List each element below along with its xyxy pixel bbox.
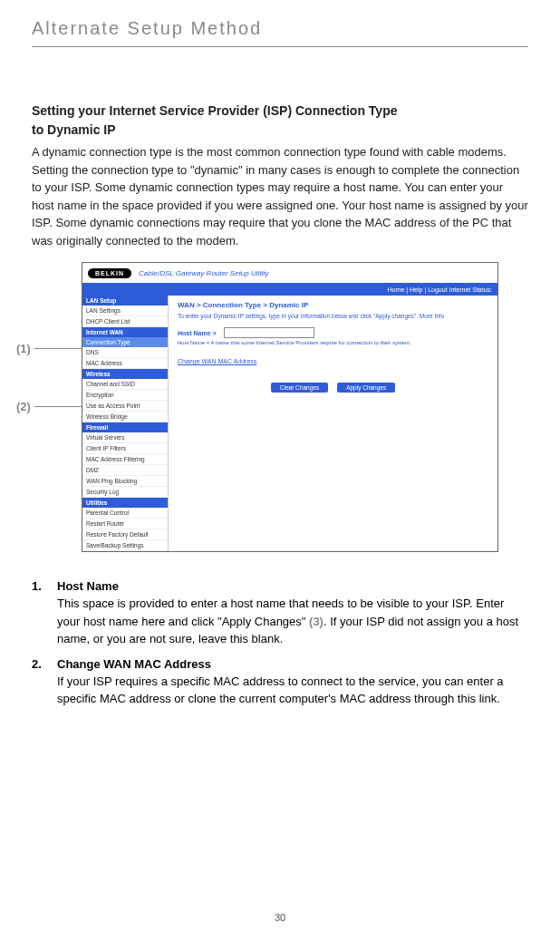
nav-item[interactable]: LAN Settings	[82, 306, 168, 316]
button-row: Clear Changes Apply Changes	[178, 383, 488, 393]
callout-2-label: (2)	[16, 400, 31, 413]
nav-item[interactable]: Channel and SSID	[82, 379, 168, 390]
apply-changes-button[interactable]: Apply Changes	[337, 383, 395, 393]
nav-header-lan: LAN Setup	[82, 296, 168, 306]
nav-item[interactable]: MAC Address Filtering	[82, 454, 168, 465]
ss-sidebar: LAN Setup LAN Settings DHCP Client List …	[82, 296, 169, 551]
host-name-input[interactable]	[224, 327, 314, 338]
nav-item[interactable]: Wireless Bridge	[82, 412, 168, 422]
nav-item[interactable]: Save/Backup Settings	[82, 540, 168, 551]
router-ui-screenshot: BELKIN Cable/DSL Gateway Router Setup Ut…	[82, 262, 498, 552]
nav-item[interactable]: Encryption	[82, 390, 168, 401]
item-2-body: If your ISP requires a specific MAC addr…	[57, 673, 528, 708]
host-name-hint: Host Name = A name that some Internet Se…	[178, 340, 488, 345]
section-heading: Setting your Internet Service Provider (…	[32, 102, 528, 140]
topnav-links[interactable]: Home | Help | Logout Internet Status:	[388, 286, 492, 293]
nav-item[interactable]: Parental Control	[82, 508, 168, 519]
callout-1-label: (1)	[16, 342, 31, 355]
heading-line-1: Setting your Internet Service Provider (…	[32, 103, 397, 118]
nav-item[interactable]: Restart Router	[82, 519, 168, 529]
title-rule	[32, 46, 528, 47]
item-1-ref: (3)	[309, 615, 323, 628]
screenshot-container: (1) (2) (3) BELKIN Cable/DSL Gateway Rou…	[82, 262, 498, 552]
nav-item[interactable]: Use as Access Point	[82, 401, 168, 412]
nav-item[interactable]: DHCP Client List	[82, 316, 168, 327]
nav-header-wireless: Wireless	[82, 369, 168, 379]
nav-item[interactable]: Restore Factory Default	[82, 529, 168, 540]
item-1-heading: Host Name	[57, 579, 528, 593]
nav-item[interactable]: Client IP Filters	[82, 443, 168, 454]
item-1-number: 1.	[32, 579, 57, 648]
clear-changes-button[interactable]: Clear Changes	[271, 383, 328, 393]
nav-item[interactable]: DMZ	[82, 465, 168, 476]
numbered-list: 1. Host Name This space is provided to e…	[32, 579, 528, 708]
list-item-1: 1. Host Name This space is provided to e…	[32, 579, 528, 648]
nav-item[interactable]: Security Log	[82, 487, 168, 498]
nav-item[interactable]: Virtual Servers	[82, 432, 168, 443]
page-number: 30	[275, 912, 285, 923]
nav-item[interactable]: WAN Ping Blocking	[82, 476, 168, 487]
nav-item[interactable]: MAC Address	[82, 358, 168, 369]
breadcrumb: WAN > Connection Type > Dynamic IP	[178, 301, 488, 309]
heading-line-2: to Dynamic IP	[32, 122, 116, 137]
page-title: Alternate Setup Method	[32, 18, 528, 39]
ss-main: WAN > Connection Type > Dynamic IP To en…	[169, 296, 497, 551]
list-item-2: 2. Change WAN MAC Address If your ISP re…	[32, 657, 528, 708]
nav-header-wan: Internet WAN	[82, 327, 168, 337]
host-name-label: Host Name >	[178, 330, 217, 336]
item-1-body: This space is provided to enter a host n…	[57, 595, 528, 648]
ss-description: To enter your Dynamic IP settings, type …	[178, 313, 488, 320]
item-2-heading: Change WAN MAC Address	[57, 657, 528, 671]
item-2-number: 2.	[32, 657, 57, 708]
nav-item[interactable]: Restore Previous Settings	[82, 551, 168, 552]
belkin-logo: BELKIN	[88, 268, 131, 278]
logo-subtitle: Cable/DSL Gateway Router Setup Utility	[139, 269, 268, 277]
ss-body: LAN Setup LAN Settings DHCP Client List …	[82, 296, 497, 551]
ss-bluebar: Home | Help | Logout Internet Status:	[82, 283, 497, 296]
nav-header-firewall: Firewall	[82, 422, 168, 432]
nav-header-utilities: Utilities	[82, 498, 168, 508]
ss-topbar: BELKIN Cable/DSL Gateway Router Setup Ut…	[82, 263, 497, 283]
change-mac-link[interactable]: Change WAN MAC Address	[178, 358, 488, 364]
section-body: A dynamic connection type is the most co…	[32, 143, 528, 249]
nav-item[interactable]: DNS	[82, 347, 168, 358]
host-name-row: Host Name >	[178, 327, 488, 338]
nav-item-selected[interactable]: Connection Type	[82, 337, 168, 347]
